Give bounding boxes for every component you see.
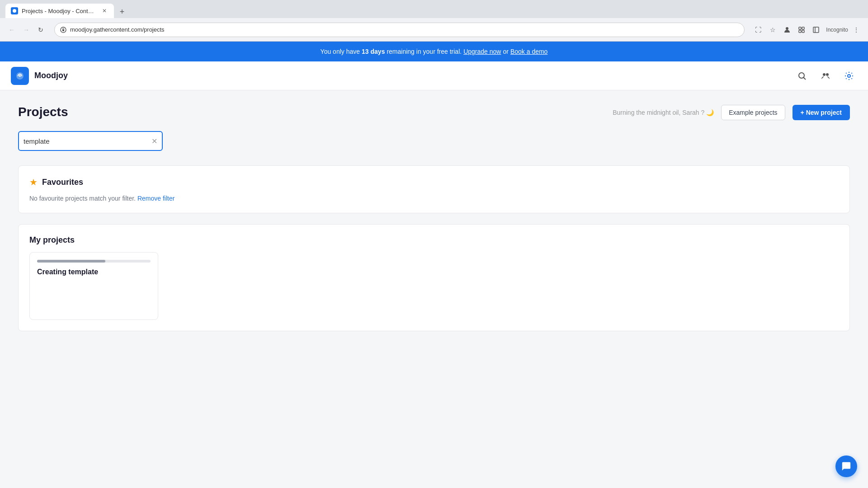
- my-projects-title: My projects: [29, 235, 75, 245]
- tab-close-button[interactable]: ✕: [100, 7, 108, 15]
- page-title: Projects: [18, 105, 68, 119]
- remove-filter-link[interactable]: Remove filter: [137, 195, 175, 202]
- svg-rect-2: [62, 29, 64, 31]
- back-button[interactable]: ←: [5, 23, 18, 36]
- section-header: ★ Favourites: [29, 177, 839, 188]
- forward-button[interactable]: →: [20, 23, 33, 36]
- svg-point-15: [848, 75, 850, 77]
- tab-bar: Projects - Moodjoy - Content M ✕ +: [0, 0, 868, 18]
- page-header-right: Burning the midnight oil, Sarah ? 🌙 Exam…: [613, 105, 850, 120]
- address-text: moodjoy.gathercontent.com/projects: [70, 26, 739, 33]
- sidebar-button[interactable]: [810, 23, 822, 36]
- new-tab-button[interactable]: +: [116, 5, 128, 18]
- svg-point-10: [19, 75, 21, 77]
- nav-buttons: ← → ↻: [5, 23, 47, 36]
- search-bar-container: ✕: [18, 131, 850, 151]
- project-card-body: Creating template: [30, 263, 158, 319]
- svg-point-13: [823, 73, 826, 76]
- favourites-section: ★ Favourites No favourite projects match…: [18, 165, 850, 213]
- demo-link[interactable]: Book a demo: [510, 48, 548, 55]
- browser-actions: ⛶ ☆ Incognito ⋮: [752, 23, 863, 36]
- profile-button[interactable]: [781, 23, 793, 36]
- svg-point-14: [826, 73, 829, 76]
- bookmark-button[interactable]: ☆: [766, 23, 779, 36]
- browser-toolbar: ← → ↻ moodjoy.gathercontent.com/projects…: [0, 18, 868, 42]
- refresh-button[interactable]: ↻: [34, 23, 47, 36]
- header-actions: [794, 68, 857, 84]
- trial-or: or: [503, 48, 508, 55]
- settings-button[interactable]: [841, 68, 857, 84]
- upgrade-link[interactable]: Upgrade now: [463, 48, 501, 55]
- app-header: Moodjoy: [0, 61, 868, 90]
- my-projects-section: My projects Creating template: [18, 224, 850, 331]
- browser-tab-active[interactable]: Projects - Moodjoy - Content M ✕: [5, 4, 114, 18]
- chat-button[interactable]: [835, 455, 857, 477]
- svg-point-3: [786, 27, 788, 30]
- favourites-title: Favourites: [42, 178, 83, 187]
- svg-rect-8: [813, 27, 819, 33]
- trial-text-middle: remaining in your free trial.: [387, 48, 462, 55]
- tab-title: Projects - Moodjoy - Content M: [22, 8, 97, 14]
- example-projects-button[interactable]: Example projects: [721, 105, 785, 120]
- users-button[interactable]: [817, 68, 834, 84]
- app-name: Moodjoy: [34, 71, 68, 80]
- project-card-title: Creating template: [37, 268, 151, 276]
- projects-grid: Creating template: [29, 252, 839, 320]
- address-bar[interactable]: moodjoy.gathercontent.com/projects: [54, 23, 745, 37]
- tab-favicon: [11, 7, 18, 14]
- global-search-button[interactable]: [794, 68, 810, 84]
- trial-text-before: You only have: [321, 48, 360, 55]
- new-project-button[interactable]: + New project: [793, 105, 850, 120]
- search-bar: ✕: [18, 131, 163, 151]
- search-input[interactable]: [24, 137, 151, 145]
- project-card-placeholder: [37, 276, 151, 312]
- star-icon: ★: [29, 177, 38, 188]
- svg-line-12: [804, 77, 806, 80]
- svg-rect-4: [799, 27, 801, 29]
- app-logo-icon: [11, 67, 29, 85]
- favourites-empty-message: No favourite projects match your filter.…: [29, 195, 839, 202]
- svg-point-11: [799, 73, 804, 78]
- extensions-button[interactable]: [795, 23, 808, 36]
- svg-rect-7: [802, 30, 804, 33]
- lock-icon: [60, 27, 66, 33]
- address-bar-container: moodjoy.gathercontent.com/projects: [54, 23, 745, 37]
- svg-rect-5: [802, 27, 804, 29]
- browser-chrome: Projects - Moodjoy - Content M ✕ + ← → ↻…: [0, 0, 868, 42]
- search-clear-button[interactable]: ✕: [151, 137, 157, 145]
- greeting-text: Burning the midnight oil, Sarah ? 🌙: [613, 109, 714, 116]
- page-header: Projects Burning the midnight oil, Sarah…: [18, 105, 850, 120]
- incognito-label: Incognito: [826, 27, 848, 33]
- trial-days: 13 days: [362, 48, 385, 55]
- cast-button[interactable]: ⛶: [752, 23, 764, 36]
- svg-point-0: [13, 9, 16, 13]
- main-content: Projects Burning the midnight oil, Sarah…: [0, 90, 868, 488]
- project-card[interactable]: Creating template: [29, 252, 158, 320]
- trial-banner: You only have 13 days remaining in your …: [0, 42, 868, 61]
- svg-rect-6: [799, 30, 801, 33]
- my-projects-header: My projects: [29, 235, 839, 245]
- menu-button[interactable]: ⋮: [850, 23, 863, 36]
- app-logo[interactable]: Moodjoy: [11, 67, 68, 85]
